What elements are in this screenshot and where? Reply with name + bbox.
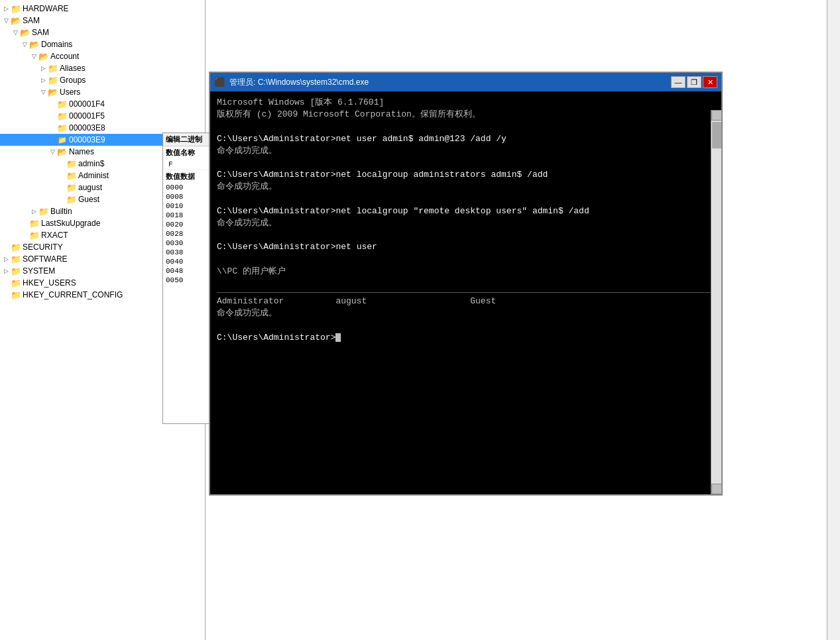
- folder-icon-guest: 📁: [66, 194, 77, 205]
- tree-label-users: Users: [60, 87, 80, 97]
- cmd-scroll-down-btn[interactable]: ▼: [711, 484, 722, 494]
- tree-label-groups: Groups: [60, 76, 86, 85]
- cmd-line-17: Administrator august Guest: [217, 295, 715, 307]
- expand-domains[interactable]: ▽: [20, 40, 29, 49]
- cmd-cursor: [335, 333, 341, 342]
- folder-icon-hardware: 📁: [11, 3, 21, 14]
- main-scrollbar[interactable]: [827, 0, 840, 640]
- cmd-minimize-button[interactable]: —: [671, 76, 686, 88]
- cmd-separator: [217, 292, 715, 293]
- folder-icon-admin-dollar: 📁: [66, 158, 77, 169]
- expand-builtin[interactable]: ▷: [29, 207, 38, 216]
- cmd-line-11: 命令成功完成。: [217, 217, 715, 229]
- tree-label-guest: Guest: [78, 195, 99, 204]
- tree-item-000001f5[interactable]: ▷ 📁 000001F5: [0, 110, 205, 122]
- cmd-scroll-thumb[interactable]: [712, 122, 721, 148]
- cmd-content: Microsoft Windows [版本 6.1.7601] 版权所有 (c)…: [210, 91, 721, 494]
- tree-item-groups[interactable]: ▷ 📁 Groups: [0, 74, 205, 86]
- cmd-line-1: Microsoft Windows [版本 6.1.7601]: [217, 97, 715, 109]
- cmd-line-9: [217, 193, 715, 205]
- cmd-line-20: C:\Users\Administrator>: [217, 332, 715, 344]
- regedit-window: ▷ 📁 HARDWARE ▽ 📂 SAM ▽ 📂 SAM ▽ 📂 Domains…: [0, 0, 840, 640]
- folder-icon-hkey-current-config: 📁: [11, 290, 21, 300]
- expand-names[interactable]: ▽: [48, 147, 57, 156]
- cmd-window: ⬛ 管理员: C:\Windows\system32\cmd.exe — ❐ ✕…: [209, 72, 723, 496]
- expand-aliases[interactable]: ▷: [38, 64, 48, 73]
- folder-icon-software: 📁: [11, 254, 21, 264]
- tree-label-august: august: [78, 183, 102, 192]
- cmd-line-5: 命令成功完成。: [217, 145, 715, 157]
- tree-label-000001f4: 000001F4: [69, 99, 105, 109]
- cmd-title-icon: ⬛: [214, 77, 225, 87]
- cmd-line-6: [217, 157, 715, 169]
- folder-icon-builtin: 📁: [38, 206, 49, 217]
- cmd-line-13: C:\Users\Administrator>net user: [217, 241, 715, 253]
- folder-icon-august: 📁: [66, 182, 77, 193]
- tree-label-account: Account: [50, 52, 79, 61]
- cmd-line-19: [217, 319, 715, 331]
- tree-item-aliases[interactable]: ▷ 📁 Aliases: [0, 62, 205, 74]
- tree-item-sam2[interactable]: ▽ 📂 SAM: [0, 27, 205, 38]
- folder-icon-groups: 📁: [48, 75, 58, 85]
- folder-icon-000003e8: 📁: [57, 123, 68, 133]
- tree-label-domains: Domains: [41, 40, 72, 49]
- tree-label-aliases: Aliases: [60, 64, 86, 73]
- tree-label-hkey-users: HKEY_USERS: [23, 278, 76, 288]
- cmd-line-15: \\PC 的用户帐户: [217, 266, 715, 278]
- tree-item-sam[interactable]: ▽ 📂 SAM: [0, 15, 205, 27]
- tree-label-lastskuupgrade: LastSkuUpgrade: [41, 219, 100, 228]
- expand-system[interactable]: ▷: [1, 266, 11, 276]
- folder-icon-000001f4: 📁: [57, 99, 68, 109]
- cmd-controls: — ❐ ✕: [671, 76, 717, 88]
- tree-label-000001f5: 000001F5: [69, 111, 105, 121]
- folder-icon-system: 📁: [11, 266, 21, 276]
- folder-icon-administ: 📁: [66, 170, 77, 181]
- cmd-line-18: 命令成功完成。: [217, 307, 715, 319]
- expand-sam[interactable]: ▽: [1, 16, 11, 25]
- cmd-line-8: 命令成功完成。: [217, 181, 715, 193]
- expand-hardware[interactable]: ▷: [1, 4, 11, 13]
- expand-account[interactable]: ▽: [29, 52, 38, 61]
- tree-item-account[interactable]: ▽ 📂 Account: [0, 50, 205, 62]
- folder-icon-names: 📂: [57, 146, 68, 157]
- cmd-line-4: C:\Users\Administrator>net user admin$ a…: [217, 133, 715, 145]
- folder-icon-000001f5: 📁: [57, 111, 68, 121]
- tree-label-hardware: HARDWARE: [23, 4, 69, 13]
- tree-item-users[interactable]: ▽ 📂 Users: [0, 86, 205, 98]
- folder-icon-rxact: 📁: [29, 230, 40, 240]
- cmd-line-3: [217, 121, 715, 133]
- cmd-scrollbar[interactable]: ▲ ▼: [711, 110, 721, 494]
- tree-label-security: SECURITY: [23, 242, 63, 252]
- expand-users[interactable]: ▽: [38, 87, 48, 97]
- cmd-close-button[interactable]: ✕: [703, 76, 717, 88]
- tree-item-hardware[interactable]: ▷ 📁 HARDWARE: [0, 3, 205, 15]
- tree-item-domains[interactable]: ▽ 📂 Domains: [0, 38, 205, 50]
- tree-label-hkey-current-config: HKEY_CURRENT_CONFIG: [23, 290, 123, 299]
- expand-groups[interactable]: ▷: [38, 76, 48, 85]
- tree-label-000003e8: 000003E8: [69, 123, 105, 133]
- tree-label-sam2: SAM: [32, 28, 49, 37]
- tree-label-system: SYSTEM: [23, 266, 55, 276]
- cmd-line-12: [217, 229, 715, 241]
- cmd-scroll-up-btn[interactable]: ▲: [711, 110, 722, 121]
- folder-icon-account: 📂: [38, 51, 49, 62]
- expand-sam2[interactable]: ▽: [11, 28, 20, 37]
- tree-item-000001f4[interactable]: ▷ 📁 000001F4: [0, 98, 205, 110]
- folder-icon-000003e9: 📁: [57, 134, 68, 145]
- tree-label-names: Names: [69, 147, 94, 156]
- tree-label-admin-dollar: admin$: [78, 159, 104, 168]
- folder-icon-aliases: 📁: [48, 63, 58, 74]
- name-value: F: [166, 160, 176, 169]
- cmd-line-14: [217, 253, 715, 265]
- cmd-titlebar: ⬛ 管理员: C:\Windows\system32\cmd.exe — ❐ ✕: [210, 73, 721, 91]
- tree-label-rxact: RXACT: [41, 231, 68, 240]
- folder-icon-sam: 📂: [11, 15, 21, 26]
- folder-icon-hkey-users: 📁: [11, 278, 21, 288]
- cmd-line-10: C:\Users\Administrator>net localgroup "r…: [217, 205, 715, 217]
- cmd-restore-button[interactable]: ❐: [687, 76, 701, 88]
- folder-icon-sam2: 📂: [20, 27, 30, 38]
- tree-label-administ: Administ: [78, 171, 109, 180]
- cmd-line-16: [217, 278, 715, 290]
- expand-software[interactable]: ▷: [1, 254, 11, 264]
- folder-icon-users: 📂: [48, 87, 58, 97]
